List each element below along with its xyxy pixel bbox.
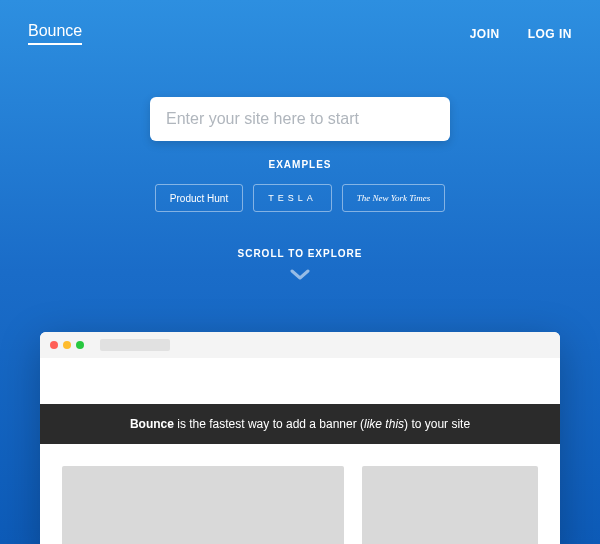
demo-banner: Bounce is the fastest way to add a banne… — [40, 404, 560, 444]
example-tesla[interactable]: TESLA — [253, 184, 332, 212]
join-link[interactable]: JOIN — [470, 27, 500, 41]
example-product-hunt[interactable]: Product Hunt — [155, 184, 243, 212]
url-bar-placeholder — [100, 339, 170, 351]
maximize-icon — [76, 341, 84, 349]
examples-row: Product Hunt TESLA The New York Times — [155, 184, 445, 212]
login-link[interactable]: LOG IN — [528, 27, 572, 41]
site-url-input[interactable] — [150, 97, 450, 141]
banner-brand: Bounce — [130, 417, 174, 431]
page-body-placeholder — [40, 444, 560, 544]
page-header-placeholder — [40, 358, 560, 404]
traffic-lights — [50, 341, 84, 349]
example-nyt[interactable]: The New York Times — [342, 184, 445, 212]
logo[interactable]: Bounce — [28, 22, 82, 45]
minimize-icon — [63, 341, 71, 349]
examples-label: EXAMPLES — [268, 159, 331, 170]
top-nav: JOIN LOG IN — [470, 27, 572, 41]
chevron-down-icon[interactable] — [290, 269, 310, 281]
banner-text-1: is the fastest way to add a banner ( — [174, 417, 364, 431]
hero-section: EXAMPLES Product Hunt TESLA The New York… — [0, 97, 600, 281]
browser-preview: Bounce is the fastest way to add a banne… — [40, 332, 560, 544]
banner-text-2: ) to your site — [404, 417, 470, 431]
browser-title-bar — [40, 332, 560, 358]
close-icon — [50, 341, 58, 349]
scroll-to-explore-label: SCROLL TO EXPLORE — [238, 248, 363, 259]
banner-italic: like this — [364, 417, 404, 431]
content-block-small — [362, 466, 538, 544]
content-block-large — [62, 466, 344, 544]
